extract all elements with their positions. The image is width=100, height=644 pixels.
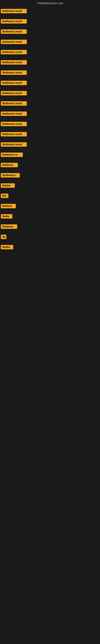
bottleneck-result-badge[interactable]: Bottleneck result (1, 112, 27, 116)
bottleneck-result-badge[interactable]: Bottleneck result (1, 101, 27, 106)
bottleneck-result-badge[interactable]: Bottleneck result (1, 40, 27, 44)
bottleneck-result-badge[interactable]: Bottleneck result (1, 81, 27, 85)
list-item: Bot (0, 191, 100, 202)
bottleneck-result-badge[interactable]: Bottleneck r (1, 173, 20, 178)
list-item: Bottler (0, 242, 100, 253)
list-item: Bottleneck result (0, 37, 100, 48)
bottleneck-result-badge[interactable]: Bottleneck result (1, 142, 27, 147)
list-item: Bottleneck result (0, 68, 100, 78)
list-item: Bottlen (0, 181, 100, 191)
bottleneck-result-badge[interactable]: Bottleneck re (1, 152, 23, 157)
list-item: Bottleneck result (0, 58, 100, 68)
list-item: Bottleneck result (0, 99, 100, 109)
bottleneck-result-badge[interactable]: Bottlenec (1, 163, 18, 167)
site-title: TheBottlenecker.com (0, 0, 100, 6)
list-item: Bottlenec (0, 222, 100, 232)
results-container: Bottleneck resultBottleneck resultBottle… (0, 6, 100, 575)
bottleneck-result-badge[interactable]: Bottlenec (1, 224, 17, 229)
list-item: Bottleneck result (0, 6, 100, 17)
bottleneck-result-badge[interactable]: Bot (1, 194, 8, 198)
bottleneck-result-badge[interactable]: Bottleneck result (1, 19, 27, 24)
list-item: Bottleneck result (0, 48, 100, 58)
list-item: Bottleneck r (0, 171, 100, 181)
list-item: Bottleneck result (0, 119, 100, 130)
bottleneck-result-badge[interactable]: Bottleneck result (1, 91, 27, 96)
bottleneck-result-badge[interactable]: Bottleneck result (1, 50, 27, 54)
list-item: Bo (0, 232, 100, 242)
bottleneck-result-badge[interactable]: Bottler (1, 245, 13, 249)
bottleneck-result-badge[interactable]: Bottleneck result (1, 122, 27, 126)
list-item: Bottle (0, 212, 100, 222)
bottleneck-result-badge[interactable]: Bottlene (1, 204, 16, 208)
bottleneck-result-badge[interactable]: Bottleneck result (1, 9, 27, 13)
list-item: Bottleneck result (0, 130, 100, 140)
bottleneck-result-badge[interactable]: Bottle (1, 214, 12, 218)
list-item: Bottlenec (0, 160, 100, 171)
bottleneck-result-badge[interactable]: Bottlen (1, 183, 15, 188)
bottleneck-result-badge[interactable]: Bo (1, 235, 6, 239)
list-item: Bottleneck result (0, 27, 100, 37)
list-item: Bottlene (0, 202, 100, 212)
list-item: Bottleneck result (0, 140, 100, 150)
list-item: Bottleneck re (0, 150, 100, 160)
list-item: Bottleneck result (0, 17, 100, 27)
bottleneck-result-badge[interactable]: Bottleneck result (1, 70, 27, 75)
list-item: Bottleneck result (0, 78, 100, 88)
list-item: Bottleneck result (0, 109, 100, 119)
bottleneck-result-badge[interactable]: Bottleneck result (1, 60, 27, 64)
bottleneck-result-badge[interactable]: Bottleneck result (1, 30, 27, 34)
bottleneck-result-badge[interactable]: Bottleneck result (1, 132, 27, 136)
list-item: Bottleneck result (0, 88, 100, 99)
